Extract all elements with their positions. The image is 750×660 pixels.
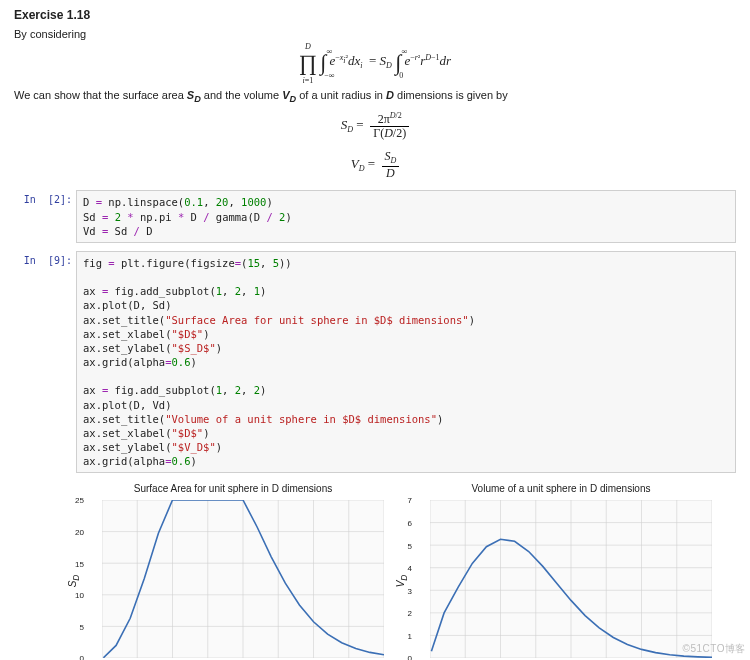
exercise-title: Exercise 1.18 xyxy=(14,8,736,22)
code-input[interactable]: D = np.linspace(0.1, 20, 1000) Sd = 2 * … xyxy=(76,190,736,243)
chart-volume: Volume of a unit sphere in D dimensions … xyxy=(406,483,716,660)
equation-1: ∏Di=1 ∫∞−∞ e−xi²dxi = SD ∫∞0 e−r²rD−1dr xyxy=(14,48,736,79)
chart-canvas: VD 01234567 0.02.55.07.510.012.515.017.5… xyxy=(406,496,716,660)
prompt-label: In [9]: xyxy=(14,251,72,474)
code-cell-2: In [2]: D = np.linspace(0.1, 20, 1000) S… xyxy=(14,190,736,243)
code-cell-9: In [9]: fig = plt.figure(figsize=(15, 5)… xyxy=(14,251,736,474)
chart-yticks: 01234567 xyxy=(400,496,420,660)
equation-2: SD = 2πD/2Γ(D/2) xyxy=(14,112,736,140)
chart-axes xyxy=(102,500,384,658)
chart-yticks: 0510152025 xyxy=(72,496,92,660)
chart-title: Volume of a unit sphere in D dimensions xyxy=(406,483,716,494)
para-after-eq1: We can show that the surface area SD and… xyxy=(14,89,736,104)
chart-axes xyxy=(430,500,712,658)
watermark: ©51CTO博客 xyxy=(683,642,746,656)
notebook-page: Exercise 1.18 By considering ∏Di=1 ∫∞−∞ … xyxy=(0,0,750,660)
chart-canvas: SD 0510152025 0.02.55.07.510.012.515.017… xyxy=(78,496,388,660)
output-plots: Surface Area for unit sphere in D dimens… xyxy=(14,473,736,660)
prompt-label: In [2]: xyxy=(14,190,72,243)
equation-3: VD = SDD xyxy=(14,150,736,180)
intro-text: By considering xyxy=(14,28,736,40)
chart-title: Surface Area for unit sphere in D dimens… xyxy=(78,483,388,494)
code-input[interactable]: fig = plt.figure(figsize=(15, 5)) ax = f… xyxy=(76,251,736,474)
chart-surface-area: Surface Area for unit sphere in D dimens… xyxy=(78,483,388,660)
